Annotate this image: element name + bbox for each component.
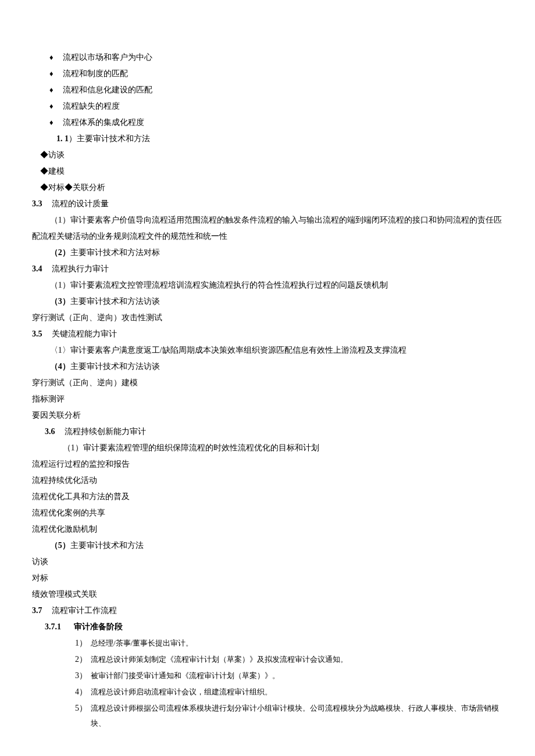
paragraph: （3）主要审计技术和方法访谈 <box>32 293 503 310</box>
step-text: 被审计部门接受审计通知和《流程审计计划（草案）》。 <box>91 668 280 683</box>
diamond-icon: ♦ <box>49 66 54 81</box>
section-3-7-heading: 3.7流程审计工作流程 <box>32 603 503 619</box>
step-item: 4） 流程总设计师启动流程审计会议，组建流程审计组织。 <box>75 684 503 700</box>
section-title: 流程审计工作流程 <box>52 606 117 615</box>
list-item-text: 流程和信息化建设的匹配 <box>63 82 152 98</box>
paragraph: （1）审计要素流程管理的组织保障流程的时效性流程优化的目标和计划 <box>45 440 503 456</box>
paragraph: （1）审计要素客户价值导向流程适用范围流程的触发条件流程的输入与输出流程的端到端… <box>32 212 503 245</box>
paragraph: 穿行测试（正向、逆向）建模 <box>32 375 503 391</box>
paragraph: 流程优化案例的共享 <box>32 505 503 521</box>
subsection-1-1: 1. 1）主要审计技术和方法 <box>56 131 503 147</box>
paragraph: （4）主要审计技术和方法访谈 <box>32 359 503 375</box>
list-item: ♦ 流程和制度的匹配 <box>49 66 503 82</box>
subsection-title: ）主要审计技术和方法 <box>69 134 150 143</box>
diamond-icon: ♦ <box>49 50 54 65</box>
paragraph: 对标 <box>32 570 503 586</box>
step-label: 4） <box>75 684 87 700</box>
step-item: 5） 流程总设计师根据公司流程体系模块进行划分审计小组审计模块。公司流程模块分为… <box>75 700 503 731</box>
section-number: 3.7 <box>32 606 42 615</box>
section-number: 3.6 <box>45 427 55 436</box>
list-item-text: 流程和制度的匹配 <box>63 66 128 82</box>
paragraph: 要因关联分析 <box>32 407 503 424</box>
list-item: ♦ 流程以市场和客户为中心 <box>49 49 503 66</box>
list-item-text: 流程缺失的程度 <box>63 98 120 114</box>
diamond-icon: ♦ <box>49 83 54 98</box>
step-label: 2） <box>75 651 87 668</box>
section-title: 流程执行力审计 <box>52 264 109 273</box>
item-text: 主要审计技术和方法 <box>70 541 144 550</box>
item-label: （3） <box>50 297 70 306</box>
step-label: 5） <box>75 700 87 716</box>
text-line-interview: ◆访谈 <box>40 147 503 163</box>
step-text: 流程总设计师启动流程审计会议，组建流程审计组织。 <box>91 685 272 700</box>
diamond-icon: ♦ <box>49 115 54 130</box>
paragraph: 访谈 <box>32 554 503 570</box>
section-number: 3.3 <box>32 199 42 208</box>
item-text: 主要审计技术和方法访谈 <box>70 362 160 371</box>
list-item-text: 流程以市场和客户为中心 <box>63 49 152 66</box>
paragraph: 〈1〉审计要素客户满意度返工/缺陷周期成本决策效率组织资源匹配信息有效性上游流程… <box>32 342 503 359</box>
step-text: 流程总设计师策划制定《流程审计计划（草案）》及拟发流程审计会议通知。 <box>91 652 348 667</box>
paragraph: 流程优化激励机制 <box>32 521 503 538</box>
section-3-6-heading: 3.6流程持续创新能力审计 <box>45 424 503 440</box>
step-label: 1） <box>75 635 87 651</box>
section-number: 3.4 <box>32 264 42 273</box>
text-line-modeling: ◆建模 <box>40 163 503 180</box>
section-title: 关键流程能力审计 <box>52 329 117 338</box>
list-item: ♦ 流程体系的集成化程度 <box>49 114 503 131</box>
step-text: 流程总设计师根据公司流程体系模块进行划分审计小组审计模块。公司流程模块分为战略模… <box>91 701 503 731</box>
step-item: 2） 流程总设计师策划制定《流程审计计划（草案）》及拟发流程审计会议通知。 <box>75 651 503 668</box>
step-item: 1） 总经理/茶事/董事长提出审计。 <box>75 635 503 651</box>
step-text: 总经理/茶事/董事长提出审计。 <box>91 636 193 651</box>
step-label: 3） <box>75 668 87 684</box>
list-item-text: 流程体系的集成化程度 <box>63 114 144 131</box>
diamond-icon: ♦ <box>49 99 54 114</box>
item-text: 主要审计技术和方法访谈 <box>70 297 160 306</box>
section-title: 流程的设计质量 <box>52 199 109 208</box>
list-item: ♦ 流程缺失的程度 <box>49 98 503 114</box>
paragraph: 指标测评 <box>32 391 503 407</box>
section-number: 3.5 <box>32 329 42 338</box>
list-item: ♦ 流程和信息化建设的匹配 <box>49 82 503 98</box>
subsection-number: 3.7.1 <box>45 622 61 631</box>
paragraph: 流程持续优化活动 <box>32 472 503 489</box>
item-label: （5） <box>50 541 70 550</box>
section-title: 流程持续创新能力审计 <box>65 427 146 436</box>
paragraph: （1）审计要素流程文控管理流程培训流程实施流程执行的符合性流程执行过程的问题反馈… <box>32 277 503 293</box>
item-label: （4） <box>50 362 70 371</box>
paragraph: 流程运行过程的监控和报告 <box>32 456 503 472</box>
item-text: 主要审计技术和方法对标 <box>70 248 160 257</box>
subsection-number: 1. 1 <box>56 134 69 143</box>
paragraph: （2）主要审计技术和方法对标 <box>32 245 503 261</box>
text-line-bench: ◆对标◆关联分析 <box>40 180 503 196</box>
section-3-4-heading: 3.4流程执行力审计 <box>32 261 503 277</box>
section-3-3-heading: 3.3流程的设计质量 <box>32 196 503 212</box>
paragraph: （5）主要审计技术和方法 <box>32 538 503 554</box>
paragraph: 流程优化工具和方法的普及 <box>32 489 503 505</box>
numbered-steps: 1） 总经理/茶事/董事长提出审计。 2） 流程总设计师策划制定《流程审计计划（… <box>75 635 503 731</box>
subsection-title: 审计准备阶段 <box>74 622 123 631</box>
section-3-5-heading: 3.5关键流程能力审计 <box>32 326 503 342</box>
item-label: （2） <box>50 248 70 257</box>
diamond-bullet-list: ♦ 流程以市场和客户为中心 ♦ 流程和制度的匹配 ♦ 流程和信息化建设的匹配 ♦… <box>49 49 503 131</box>
subsection-3-7-1-heading: 3.7.1审计准备阶段 <box>45 619 503 635</box>
paragraph: 穿行测试（正向、逆向）攻击性测试 <box>32 310 503 326</box>
paragraph: 绩效管理模式关联 <box>32 586 503 603</box>
step-item: 3） 被审计部门接受审计通知和《流程审计计划（草案）》。 <box>75 668 503 684</box>
